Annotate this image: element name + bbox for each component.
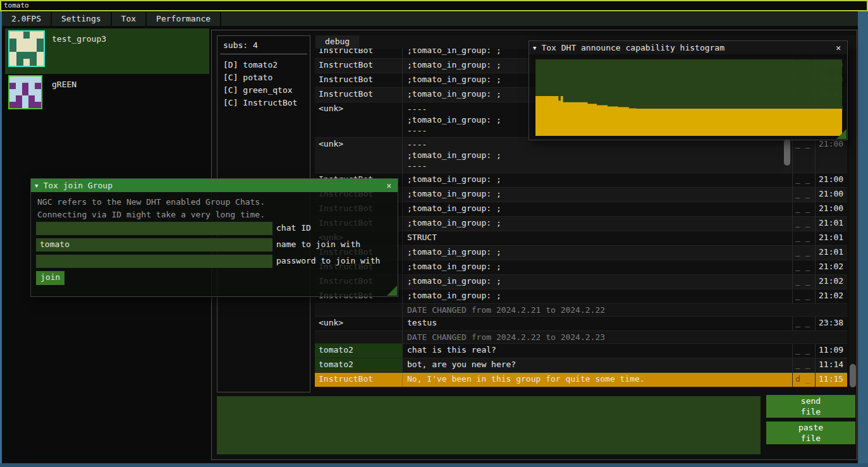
- avatar-pixel: [30, 32, 37, 39]
- message-row[interactable]: <unk>testus_ _23:38: [315, 317, 847, 331]
- message-status-indicator: _ _: [792, 202, 815, 216]
- tab-debug[interactable]: debug: [315, 35, 359, 49]
- histogram-window: ▼ Tox DHT announce capability histogram …: [529, 40, 848, 140]
- message-text: STRUCT: [403, 231, 792, 245]
- avatar-pixel: [37, 59, 44, 66]
- resize-grip[interactable]: [387, 286, 397, 296]
- message-timestamp: 23:38: [815, 317, 846, 331]
- message-row[interactable]: InstructBotNo, I've been in this group f…: [315, 373, 847, 387]
- message-author: InstructBot: [315, 88, 403, 102]
- avatar-pixel: [22, 95, 28, 102]
- avatar-pixel: [23, 52, 30, 59]
- date-changed-text: DATE CHANGED from 2024.2.21 to 2024.2.22: [403, 304, 792, 316]
- chat-scrollbar-track[interactable]: [849, 49, 857, 387]
- paste-file-button[interactable]: paste file: [766, 422, 855, 444]
- message-status-indicator: _ _: [792, 260, 815, 274]
- avatar-pixel: [16, 95, 22, 102]
- avatar-pixel: [23, 45, 30, 52]
- menu-item-settings[interactable]: Settings: [52, 12, 112, 26]
- avatar-pixel: [9, 32, 16, 39]
- close-icon[interactable]: ✕: [384, 181, 394, 190]
- message-text: ----;tomato_in_group: ;----: [403, 138, 792, 173]
- message-text: ;tomato_in_group: ;: [403, 202, 792, 216]
- send-file-label-1: send: [766, 396, 855, 406]
- avatar-pixel: [28, 89, 35, 95]
- avatar-pixel: [37, 52, 44, 59]
- close-icon[interactable]: ✕: [833, 43, 843, 52]
- join-dialog-titlebar[interactable]: ▼ Tox join Group ✕: [31, 179, 398, 192]
- message-timestamp: 21:00: [815, 138, 846, 173]
- sidebar-group-test_group3[interactable]: test_group3: [5, 28, 209, 74]
- message-timestamp: 21:02: [815, 275, 846, 289]
- join-button[interactable]: join: [36, 271, 64, 285]
- join-password-field[interactable]: [36, 255, 272, 268]
- avatar-pixel: [23, 59, 30, 66]
- avatar-pixel: [28, 83, 35, 89]
- chat-scrollbar-thumb[interactable]: [850, 364, 856, 387]
- menu-bar: 2.0FPS SettingsToxPerformance: [2, 12, 858, 26]
- member-item[interactable]: [C] InstructBot: [223, 97, 310, 109]
- message-row[interactable]: tomato2bot, are you new here?_ _11:14: [315, 358, 847, 373]
- avatar-pixel: [35, 95, 41, 102]
- message-input[interactable]: [217, 396, 761, 454]
- message-status-indicator: _ _: [792, 246, 815, 260]
- message-row[interactable]: <unk>----;tomato_in_group: ;----_ _21:00: [315, 138, 847, 173]
- message-author: tomato2: [315, 344, 403, 358]
- message-timestamp: 21:00: [815, 173, 846, 187]
- message-author: <unk>: [315, 138, 403, 173]
- window-titlebar[interactable]: tomato: [0, 0, 868, 11]
- send-file-button[interactable]: send file: [766, 395, 855, 418]
- histogram-plot: [535, 59, 842, 136]
- message-author: [315, 331, 403, 343]
- avatar-pixel: [16, 59, 23, 66]
- avatar-pixel: [9, 39, 16, 45]
- avatar-pixel: [22, 102, 28, 108]
- message-text: ;tomato_in_group: ;: [403, 188, 792, 202]
- message-timestamp: 11:15: [815, 373, 846, 387]
- group-name: gREEN: [52, 80, 76, 89]
- message-author: InstructBot: [315, 73, 403, 87]
- histogram-window-titlebar[interactable]: ▼ Tox DHT announce capability histogram …: [529, 41, 847, 54]
- group-avatar: [8, 30, 45, 67]
- avatar-pixel: [16, 32, 23, 39]
- member-item[interactable]: [C] potato: [223, 71, 310, 84]
- chat-id-field[interactable]: [36, 222, 272, 235]
- collapse-arrow-icon[interactable]: ▼: [533, 45, 536, 51]
- message-timestamp: 21:01: [815, 246, 846, 260]
- message-text: ;tomato_in_group: ;: [403, 217, 792, 231]
- resize-grip[interactable]: [836, 129, 847, 139]
- avatar-pixel: [30, 39, 37, 45]
- join-name-field[interactable]: tomato: [36, 238, 272, 252]
- avatar-pixel: [37, 32, 44, 39]
- member-item[interactable]: [C] green_qtox: [223, 84, 310, 97]
- send-file-label-2: file: [766, 406, 855, 417]
- message-status-indicator: _ _: [792, 173, 815, 187]
- avatar-pixel: [9, 76, 16, 83]
- member-item[interactable]: [D] tomato2: [223, 59, 310, 71]
- histogram-area-chart: [535, 59, 842, 136]
- message-status-indicator: d _: [792, 373, 815, 387]
- menu-item-performance[interactable]: Performance: [147, 12, 221, 26]
- message-author: InstructBot: [315, 49, 403, 58]
- fps-counter: 2.0FPS: [2, 12, 52, 26]
- message-status-indicator: _ _: [792, 317, 815, 331]
- sidebar-group-gREEN[interactable]: gREEN: [5, 74, 209, 109]
- avatar-pixel: [35, 102, 41, 108]
- message-text: chat is this real?: [403, 344, 792, 358]
- avatar-pixel: [22, 83, 28, 89]
- paste-file-label-2: file: [766, 433, 855, 444]
- group-avatar: [8, 75, 42, 109]
- menu-item-tox[interactable]: Tox: [112, 12, 147, 26]
- avatar-pixel: [16, 52, 23, 59]
- collapse-arrow-icon[interactable]: ▼: [35, 183, 38, 189]
- avatar-pixel: [9, 52, 16, 59]
- message-scrollbar-thumb[interactable]: [784, 139, 790, 166]
- avatar-pixel: [35, 83, 41, 89]
- message-timestamp: 21:01: [815, 217, 846, 231]
- date-separator-row: DATE CHANGED from 2024.2.21 to 2024.2.22: [315, 304, 847, 317]
- message-text: ;tomato_in_group: ;: [403, 260, 792, 274]
- date-separator-row: DATE CHANGED from 2024.2.22 to 2024.2.23: [315, 331, 847, 344]
- avatar-pixel: [16, 83, 22, 89]
- message-timestamp: 11:09: [815, 344, 846, 358]
- message-row[interactable]: tomato2chat is this real?_ _11:09: [315, 344, 847, 358]
